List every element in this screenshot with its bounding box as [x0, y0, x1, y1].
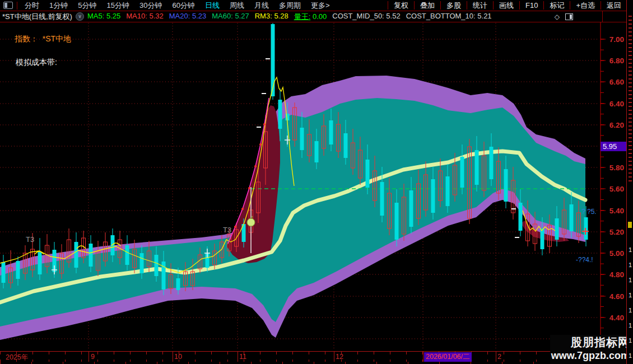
red-dot-marker — [248, 187, 250, 189]
price-axis-label: 4.40 — [609, 314, 624, 322]
period-tab-30分钟[interactable]: 30分钟 — [134, 1, 167, 11]
price-axis-label: 4.80 — [609, 270, 624, 279]
price-axis-label: 6.60 — [609, 78, 624, 86]
candle-down — [155, 255, 159, 276]
candle-down — [75, 242, 78, 268]
axis-gridline — [334, 352, 334, 362]
period-tab-月线[interactable]: 月线 — [249, 1, 274, 11]
candle-down — [380, 182, 384, 216]
axis-date-label: 11 — [239, 353, 246, 361]
candle-down — [555, 218, 559, 240]
candle-down — [329, 120, 333, 144]
layout-icon[interactable] — [3, 2, 13, 9]
watermark: 股朋指标网 www.7gpzb.com — [550, 335, 633, 364]
period-tab-1分钟[interactable]: 1分钟 — [44, 1, 73, 11]
price-axis-label: 6.20 — [609, 121, 624, 129]
menu-画线[interactable]: 画线 — [493, 1, 519, 10]
period-tab-多周期[interactable]: 多周期 — [274, 1, 306, 11]
indicator-COST_BOTTOM_10: COST_BOTTOM_10: 5.21 — [406, 12, 492, 22]
indicator-量王: 量王: 0.00 — [294, 12, 327, 22]
axis-gridline — [173, 352, 173, 362]
price-axis-label: 5.20 — [609, 228, 624, 236]
candle-down — [271, 24, 275, 96]
watermark-url: www.7gpzb.com — [550, 349, 630, 362]
band-label: 模拟成本带: — [16, 58, 57, 68]
axis-gridline — [496, 352, 496, 362]
t3-signal-label: T3 — [223, 226, 231, 234]
chevron-down-icon[interactable]: ∨ — [76, 12, 84, 21]
blue-annotation: -??4.! — [576, 256, 593, 264]
price-axis-label: 5.40 — [609, 207, 624, 215]
price-chart[interactable]: T3T3? ?5.-??4.!7.006.806.606.406.205.805… — [0, 0, 633, 364]
candle-down — [446, 176, 450, 206]
price-axis-label: 4.60 — [609, 292, 624, 301]
candle-down — [366, 160, 370, 188]
period-tab-日线[interactable]: 日线 — [200, 1, 225, 11]
menu-统计[interactable]: 统计 — [467, 1, 493, 10]
candle-down — [460, 157, 464, 188]
red-dot-marker — [234, 226, 236, 228]
candle-down — [475, 150, 479, 185]
candle-down — [89, 244, 93, 267]
candle-down — [409, 190, 413, 227]
menu-返回[interactable]: 返回 — [601, 1, 627, 10]
current-price-value: 5.95 — [603, 142, 617, 151]
candle-down — [541, 228, 544, 249]
candle-down — [38, 252, 42, 274]
diamond-icon[interactable]: ◇ — [555, 13, 560, 21]
panel-toggle-icon[interactable] — [565, 13, 573, 20]
candle-down — [176, 278, 180, 290]
candle-down — [278, 100, 282, 129]
price-axis-label: 6.40 — [609, 100, 624, 108]
price-axis-label: 5.00 — [609, 249, 624, 258]
candle-down — [344, 133, 348, 158]
menu-F10[interactable]: F10 — [519, 1, 543, 10]
menu-+自选[interactable]: +自选 — [570, 1, 601, 10]
period-tab-分时[interactable]: 分时 — [20, 1, 44, 11]
menu-标记[interactable]: 标记 — [543, 1, 570, 10]
indicator-COST_MID_50: COST_MID_50: 5.52 — [332, 12, 400, 22]
blue-annotation: ? ?5. — [581, 208, 597, 216]
price-axis-label: 5.60 — [609, 185, 624, 193]
indicator-MA5: MA5: 5.25 — [87, 12, 120, 22]
period-tab-5分钟[interactable]: 5分钟 — [73, 1, 101, 11]
divider — [602, 11, 603, 22]
candle-down — [490, 147, 494, 179]
axis-date-label: 2 — [497, 353, 501, 361]
period-tab-更多>[interactable]: 更多> — [306, 1, 335, 11]
indicator-bar: *ST中地(日线,前复权) ∨ MA5: 5.25MA10: 5.32MA20:… — [0, 11, 627, 22]
vertical-text-strip — [629, 16, 632, 184]
menu-多股[interactable]: 多股 — [440, 1, 467, 10]
period-tab-周线[interactable]: 周线 — [225, 1, 249, 11]
indicator-MA10: MA10: 5.32 — [126, 12, 164, 22]
indicator-RM3: RM3: 5.28 — [255, 12, 288, 22]
price-axis-label: 6.80 — [609, 57, 624, 65]
menu-叠加[interactable]: 叠加 — [414, 1, 440, 10]
time-axis-secondary — [0, 362, 627, 364]
crosshair-date-label: 2026/01/06/二 — [424, 352, 472, 362]
candle-down — [125, 245, 129, 265]
trading-app-window: T3T3? ?5.-??4.!7.006.806.606.406.205.805… — [0, 0, 633, 364]
watermark-site-name: 股朋指标网 — [550, 335, 630, 349]
candle-down — [300, 128, 304, 150]
axis-date-label: 12 — [336, 353, 343, 361]
axis-date-label: 10 — [174, 353, 182, 361]
divider — [17, 2, 17, 10]
strip-digits: 11111111 — [629, 242, 632, 363]
candle-down — [2, 262, 6, 283]
candle-down — [315, 141, 319, 162]
price-axis-label: 7.00 — [609, 35, 624, 44]
index-label: 指数： *ST中地 — [15, 34, 71, 44]
menu-复权[interactable]: 复权 — [388, 1, 414, 10]
candle-down — [111, 235, 115, 255]
red-dot-marker — [241, 208, 244, 210]
axis-gridline — [238, 352, 238, 362]
stock-title: *ST中地(日线,前复权) — [2, 12, 72, 22]
period-toolbar: 分时1分钟5分钟15分钟30分钟60分钟日线周线月线多周期更多> 复权叠加多股统… — [0, 0, 627, 11]
period-tab-60分钟[interactable]: 60分钟 — [167, 1, 199, 11]
axis-gridline — [423, 352, 423, 362]
period-tab-15分钟[interactable]: 15分钟 — [101, 1, 134, 11]
axis-date-label: 2025年 — [6, 353, 28, 362]
time-axis[interactable]: 2025年91011122026/01/06/二2 — [0, 351, 627, 362]
indicator-MA60: MA60: 5.27 — [212, 12, 249, 22]
